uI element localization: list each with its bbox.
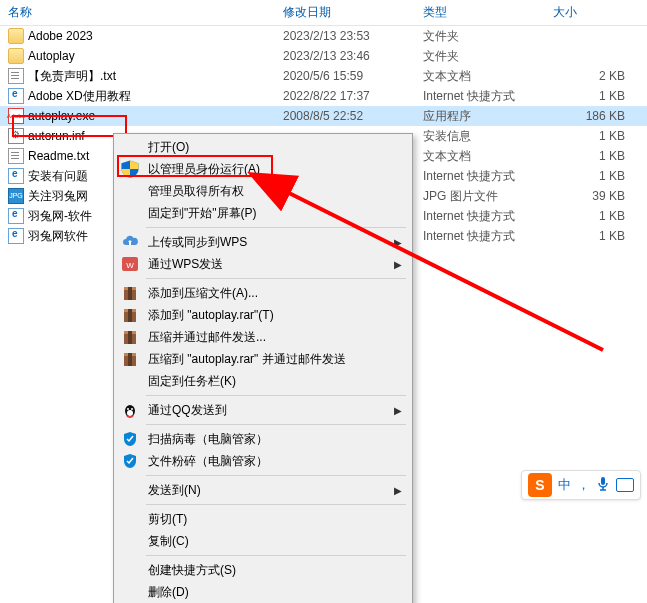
file-type: 安装信息	[415, 128, 545, 145]
ime-logo-icon[interactable]: S	[528, 473, 552, 497]
menu-item[interactable]: 压缩并通过邮件发送...	[116, 326, 410, 348]
svg-text:W: W	[126, 261, 134, 270]
menu-label: 文件粉碎（电脑管家）	[148, 453, 402, 470]
menu-item[interactable]: 管理员取得所有权	[116, 180, 410, 202]
menu-item[interactable]: 添加到 "autoplay.rar"(T)	[116, 304, 410, 326]
file-name: 关注羽兔网	[28, 188, 88, 205]
menu-item[interactable]: 发送到(N)▶	[116, 479, 410, 501]
menu-separator	[146, 555, 406, 556]
menu-label: 创建快捷方式(S)	[148, 562, 402, 579]
menu-item[interactable]: 固定到任务栏(K)	[116, 370, 410, 392]
menu-item[interactable]: 扫描病毒（电脑管家）	[116, 428, 410, 450]
url-icon	[8, 88, 24, 104]
col-header-type[interactable]: 类型	[415, 0, 545, 25]
menu-item[interactable]: 剪切(T)	[116, 508, 410, 530]
col-header-name[interactable]: 名称	[0, 0, 275, 25]
menu-label: 打开(O)	[148, 139, 402, 156]
file-date: 2023/2/13 23:46	[275, 49, 415, 63]
menu-separator	[146, 475, 406, 476]
col-header-date[interactable]: 修改日期	[275, 0, 415, 25]
ime-toolbar[interactable]: S 中 ，	[521, 470, 641, 500]
menu-label: 发送到(N)	[148, 482, 386, 499]
menu-item[interactable]: 创建快捷方式(S)	[116, 559, 410, 581]
file-name: Autoplay	[28, 49, 75, 63]
file-date: 2023/2/13 23:53	[275, 29, 415, 43]
menu-item[interactable]: 复制(C)	[116, 530, 410, 552]
file-name: 【免责声明】.txt	[28, 68, 116, 85]
menu-item[interactable]: 以管理员身份运行(A)	[116, 158, 410, 180]
blank-icon	[120, 183, 140, 199]
menu-item[interactable]: 文件粉碎（电脑管家）	[116, 450, 410, 472]
file-type: JPG 图片文件	[415, 188, 545, 205]
menu-separator	[146, 278, 406, 279]
file-type: 文件夹	[415, 28, 545, 45]
context-menu: 打开(O)以管理员身份运行(A)管理员取得所有权固定到"开始"屏幕(P)上传或同…	[113, 133, 413, 603]
file-row[interactable]: Adobeautoplay.exe2008/8/5 22:52应用程序186 K…	[0, 106, 647, 126]
file-size: 1 KB	[545, 209, 635, 223]
file-name: Readme.txt	[28, 149, 89, 163]
file-type: Internet 快捷方式	[415, 208, 545, 225]
file-size: 1 KB	[545, 149, 635, 163]
file-type: Internet 快捷方式	[415, 88, 545, 105]
keyboard-icon[interactable]	[616, 478, 634, 492]
cloud-up-icon	[120, 234, 140, 250]
file-row[interactable]: Adobe XD使用教程2022/8/22 17:37Internet 快捷方式…	[0, 86, 647, 106]
menu-item[interactable]: 通过QQ发送到▶	[116, 399, 410, 421]
menu-label: 删除(D)	[148, 584, 402, 601]
blank-icon	[120, 205, 140, 221]
archive-icon	[120, 351, 140, 367]
file-row[interactable]: Autoplay2023/2/13 23:46文件夹	[0, 46, 647, 66]
menu-separator	[146, 395, 406, 396]
menu-item[interactable]: 固定到"开始"屏幕(P)	[116, 202, 410, 224]
menu-item[interactable]: 添加到压缩文件(A)...	[116, 282, 410, 304]
svg-point-16	[127, 408, 129, 410]
url-icon	[8, 168, 24, 184]
file-type: 应用程序	[415, 108, 545, 125]
file-name: autorun.inf	[28, 129, 85, 143]
menu-label: 添加到压缩文件(A)...	[148, 285, 402, 302]
archive-icon	[120, 285, 140, 301]
submenu-arrow-icon: ▶	[394, 485, 402, 496]
menu-item[interactable]: 打开(O)	[116, 136, 410, 158]
submenu-arrow-icon: ▶	[394, 259, 402, 270]
archive-icon	[120, 329, 140, 345]
file-type: 文件夹	[415, 48, 545, 65]
file-size: 186 KB	[545, 109, 635, 123]
file-name: 羽兔网软件	[28, 228, 88, 245]
svg-rect-4	[128, 287, 132, 300]
file-type: 文本文档	[415, 68, 545, 85]
menu-label: 固定到任务栏(K)	[148, 373, 402, 390]
file-row[interactable]: 【免责声明】.txt2020/5/6 15:59文本文档2 KB	[0, 66, 647, 86]
col-header-size[interactable]: 大小	[545, 0, 647, 25]
microphone-icon[interactable]	[596, 476, 610, 495]
svg-rect-7	[128, 309, 132, 322]
file-row[interactable]: Adobe 20232023/2/13 23:53文件夹	[0, 26, 647, 46]
menu-item[interactable]: W通过WPS发送▶	[116, 253, 410, 275]
menu-item[interactable]: 上传或同步到WPS▶	[116, 231, 410, 253]
guanjia-icon	[120, 453, 140, 469]
ime-punct[interactable]: ，	[577, 476, 590, 494]
menu-item[interactable]: 删除(D)	[116, 581, 410, 603]
submenu-arrow-icon: ▶	[394, 237, 402, 248]
svg-point-17	[131, 408, 133, 410]
file-name: 羽兔网-软件	[28, 208, 92, 225]
blank-icon	[120, 511, 140, 527]
wps-icon: W	[120, 256, 140, 272]
ime-lang[interactable]: 中	[558, 476, 571, 494]
menu-label: 扫描病毒（电脑管家）	[148, 431, 402, 448]
menu-label: 通过WPS发送	[148, 256, 386, 273]
menu-separator	[146, 424, 406, 425]
file-date: 2008/8/5 22:52	[275, 109, 415, 123]
blank-icon	[120, 482, 140, 498]
svg-rect-10	[128, 331, 132, 344]
menu-label: 以管理员身份运行(A)	[148, 161, 402, 178]
file-type: 文本文档	[415, 148, 545, 165]
menu-item[interactable]: 压缩到 "autoplay.rar" 并通过邮件发送	[116, 348, 410, 370]
menu-label: 压缩到 "autoplay.rar" 并通过邮件发送	[148, 351, 402, 368]
menu-label: 添加到 "autoplay.rar"(T)	[148, 307, 402, 324]
submenu-arrow-icon: ▶	[394, 405, 402, 416]
menu-label: 固定到"开始"屏幕(P)	[148, 205, 402, 222]
qq-icon	[120, 402, 140, 418]
file-name: Adobe XD使用教程	[28, 88, 131, 105]
blank-icon	[120, 373, 140, 389]
